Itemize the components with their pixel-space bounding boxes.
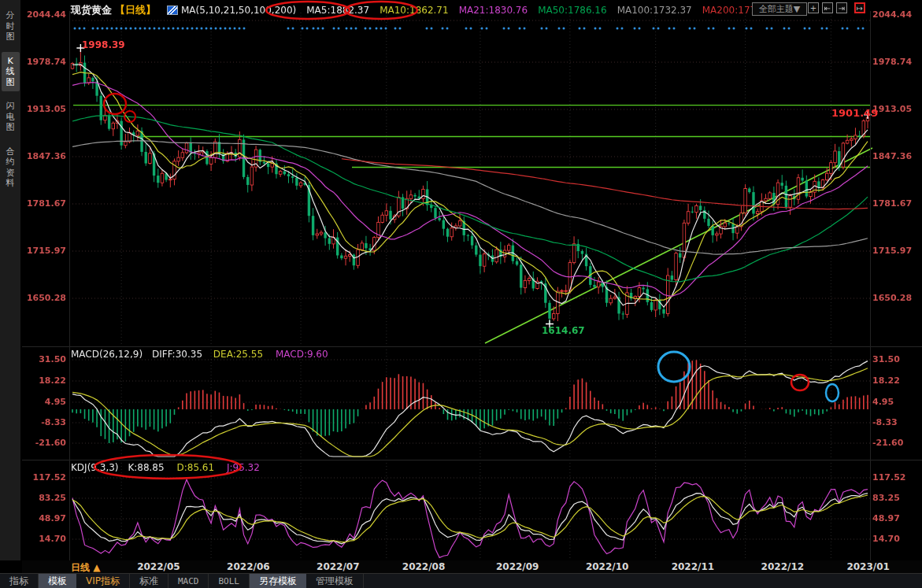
kdj-tick-label: 83.25 xyxy=(25,493,66,503)
period-tag: 【日线】 xyxy=(115,3,156,17)
price-tick-label: 1650.28 xyxy=(25,293,66,303)
footer-tab-BOLL[interactable]: BOLL xyxy=(209,574,250,588)
macd-title[interactable]: MACD(26,12,9) xyxy=(71,349,143,360)
panel-separator xyxy=(22,460,922,460)
footer-tab-指标[interactable]: 指标 xyxy=(0,574,39,588)
month-label: 2022/06 xyxy=(227,561,269,572)
footer-tab-另存模板[interactable]: 另存模板 xyxy=(250,574,306,588)
jump-latest-icon[interactable]: ↦ xyxy=(854,2,865,13)
footer-tab-管理模板[interactable]: 管理模板 xyxy=(306,574,364,588)
macd-tick-label: -8.33 xyxy=(25,417,66,427)
price-tick-label: 1715.97 xyxy=(25,246,66,256)
month-label: 2022/11 xyxy=(672,561,714,572)
macd-tick-label: 18.22 xyxy=(872,375,920,386)
current-price-label: 1901.49 xyxy=(831,107,878,119)
zoom-in-icon[interactable]: ⇥ xyxy=(836,2,847,13)
sidebar-item-分时图[interactable]: 分 时 图 xyxy=(2,6,20,46)
macd-tick-label: 31.50 xyxy=(872,354,920,364)
k-value: K:88.85 xyxy=(128,462,164,473)
all-themes-button[interactable]: 全部主题▼ xyxy=(752,2,807,16)
sidebar-item-闪电图[interactable]: 闪 电 图 xyxy=(2,97,20,137)
macd-tick-label: -21.60 xyxy=(25,438,66,448)
macd-tick-label: -21.60 xyxy=(872,438,920,448)
macd-tick-label: 4.95 xyxy=(872,397,920,407)
kdj-tick-label: 14.70 xyxy=(25,534,66,544)
macd-value: MACD:9.60 xyxy=(276,349,328,360)
macd-tick-label: 18.22 xyxy=(25,375,66,386)
chart-type-sidebar: 分 时 图K 线 图闪 电 图合 约 资 料 xyxy=(0,0,21,560)
price-tick-label: 2044.44 xyxy=(25,9,66,20)
zoom-out-icon[interactable]: ⇤ xyxy=(822,2,833,13)
month-label: 2022/10 xyxy=(586,561,628,572)
kdj-tick-label: 117.52 xyxy=(872,472,920,483)
crosshair-icon[interactable]: + xyxy=(808,2,819,13)
kline-mini-icon xyxy=(167,6,178,15)
extreme-price-label: 1998.39 xyxy=(82,39,125,50)
price-tick-label: 1715.97 xyxy=(872,246,920,256)
kdj-tick-label: 83.25 xyxy=(872,493,920,503)
price-tick-label: 1847.36 xyxy=(25,151,66,161)
extreme-price-label: 1614.67 xyxy=(542,325,585,336)
price-tick-label: 1650.28 xyxy=(872,293,920,303)
ma-value-label: MA21:1830.76 xyxy=(459,5,528,16)
sidebar-item-合约资料[interactable]: 合 约 资 料 xyxy=(2,142,20,193)
macd-tick-label: 31.50 xyxy=(25,354,66,364)
sidebar-item-K线图[interactable]: K 线 图 xyxy=(2,52,20,92)
plot-right-border xyxy=(870,11,871,560)
kdj-tick-label: 48.97 xyxy=(872,513,920,523)
j-value: J:95.32 xyxy=(227,462,260,473)
ma-value-label: MA100:1732.37 xyxy=(617,5,692,16)
ma-value-label: MA50:1786.16 xyxy=(538,5,607,16)
price-tick-label: 1913.05 xyxy=(872,104,920,114)
footer-tab-VIP指标[interactable]: VIP指标 xyxy=(76,574,130,588)
price-tick-label: 1978.74 xyxy=(872,57,920,67)
symbol-name: 现货黄金 xyxy=(71,3,112,17)
indicator-tab-bar: 指标模板VIP指标标准MACDBOLL另存模板管理模板 xyxy=(0,573,922,588)
month-label: 2023/01 xyxy=(846,561,889,572)
macd-tick-label: 4.95 xyxy=(25,397,66,407)
macd-tick-label: -8.33 xyxy=(872,417,920,427)
diff-value: DIFF:30.35 xyxy=(152,349,202,360)
price-tick-label: 2044.44 xyxy=(872,9,920,20)
kdj-title[interactable]: KDJ(9,3,3) xyxy=(71,462,119,473)
kdj-tick-label: 117.52 xyxy=(25,472,66,483)
price-tick-label: 1781.67 xyxy=(25,198,66,209)
d-value: D:85.61 xyxy=(176,462,214,473)
price-tick-label: 1781.67 xyxy=(872,198,920,209)
footer-tab-MACD[interactable]: MACD xyxy=(168,574,209,588)
kdj-tick-label: 48.97 xyxy=(25,513,66,523)
trading-app-window: 分 时 图K 线 图闪 电 图合 约 资 料 现货黄金 【日线】 MA(5,10… xyxy=(0,0,922,588)
footer-tab-标准[interactable]: 标准 xyxy=(130,574,168,588)
footer-tab-模板[interactable]: 模板 xyxy=(39,574,76,588)
ma-value-label: MA10:1862.71 xyxy=(380,5,449,16)
month-label: 2022/12 xyxy=(761,561,804,572)
ma-value-label: MA5:1882.37 xyxy=(306,5,369,16)
price-tick-label: 1978.74 xyxy=(25,57,66,67)
panel-separator xyxy=(22,346,922,347)
month-label: 2022/07 xyxy=(317,561,359,572)
ma-settings-label[interactable]: MA(5,10,21,50,100,200) xyxy=(181,5,296,16)
ma-values: MA5:1882.37MA10:1862.71MA21:1830.76MA50:… xyxy=(296,5,777,16)
macd-panel-labels: MACD(26,12,9) DIFF:30.35 DEA:25.55 MACD:… xyxy=(71,349,328,360)
time-axis: 日线 ▲ 2022/052022/062022/072022/082022/09… xyxy=(22,560,922,574)
chart-header: 现货黄金 【日线】 MA(5,10,21,50,100,200) MA5:188… xyxy=(71,0,777,20)
price-tick-label: 1847.36 xyxy=(872,151,920,161)
month-label: 2022/08 xyxy=(402,561,445,572)
price-tick-label: 1913.05 xyxy=(25,104,66,114)
dea-value: DEA:25.55 xyxy=(213,349,263,360)
kdj-tick-label: 14.70 xyxy=(872,534,920,544)
candlestick-chart-canvas[interactable] xyxy=(0,0,922,588)
month-label: 2022/05 xyxy=(137,561,180,572)
month-label: 2022/09 xyxy=(496,561,539,572)
plot-left-border xyxy=(69,11,70,560)
kdj-panel-labels: KDJ(9,3,3) K:88.85 D:85.61 J:95.32 xyxy=(71,462,260,473)
